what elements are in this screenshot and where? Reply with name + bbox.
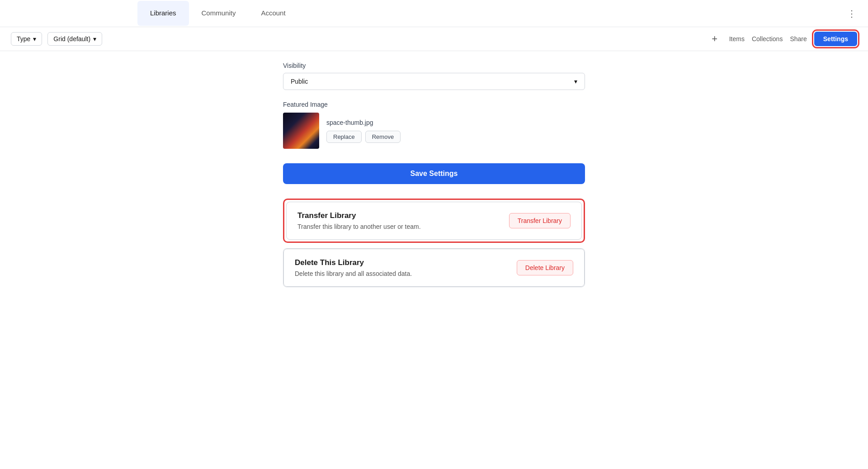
- featured-image-label: Featured Image: [283, 101, 585, 108]
- delete-card-wrapper: Delete This Library Delete this library …: [283, 248, 585, 287]
- tab-community[interactable]: Community: [189, 1, 249, 26]
- collections-link[interactable]: Collections: [752, 35, 783, 43]
- type-dropdown[interactable]: Type ▾: [11, 32, 42, 46]
- main-content: Visibility Public ▾ Featured Image space…: [276, 51, 592, 298]
- remove-button[interactable]: Remove: [365, 131, 401, 143]
- add-button[interactable]: +: [708, 32, 722, 46]
- toolbar-right: + Items Collections Share Settings: [708, 32, 857, 46]
- transfer-text: Transfer Library Transfer this library t…: [297, 211, 421, 230]
- toolbar-left: Type ▾ Grid (default) ▾: [11, 32, 102, 46]
- delete-library-button[interactable]: Delete Library: [517, 260, 573, 275]
- top-nav: Libraries Community Account ⋮: [0, 0, 868, 27]
- image-thumbnail: [283, 113, 319, 149]
- transfer-title: Transfer Library: [297, 211, 421, 220]
- tab-account[interactable]: Account: [248, 1, 298, 26]
- grid-dropdown[interactable]: Grid (default) ▾: [47, 32, 102, 46]
- nav-tabs: Libraries Community Account: [137, 1, 298, 26]
- visibility-dropdown[interactable]: Public ▾: [283, 73, 585, 90]
- featured-image-row: space-thumb.jpg Replace Remove: [283, 113, 585, 149]
- delete-title: Delete This Library: [295, 258, 412, 267]
- delete-text: Delete This Library Delete this library …: [295, 258, 412, 277]
- visibility-section: Visibility Public ▾: [283, 62, 585, 90]
- toolbar: Type ▾ Grid (default) ▾ + Items Collecti…: [0, 27, 868, 51]
- transfer-description: Transfer this library to another user or…: [297, 223, 421, 230]
- featured-image-section: Featured Image space-thumb.jpg Replace R…: [283, 101, 585, 149]
- share-link[interactable]: Share: [790, 35, 807, 43]
- delete-card: Delete This Library Delete this library …: [283, 249, 585, 287]
- delete-description: Delete this library and all associated d…: [295, 270, 412, 277]
- visibility-label: Visibility: [283, 62, 585, 69]
- image-info: space-thumb.jpg Replace Remove: [326, 119, 401, 143]
- transfer-card: Transfer Library Transfer this library t…: [286, 202, 582, 240]
- transfer-library-button[interactable]: Transfer Library: [509, 213, 571, 228]
- replace-button[interactable]: Replace: [326, 131, 362, 143]
- image-actions: Replace Remove: [326, 131, 401, 143]
- more-options-icon[interactable]: ⋮: [847, 8, 857, 19]
- settings-button[interactable]: Settings: [814, 32, 857, 46]
- image-filename: space-thumb.jpg: [326, 119, 401, 126]
- transfer-wrapper: Transfer Library Transfer this library t…: [283, 199, 585, 243]
- items-link[interactable]: Items: [729, 35, 745, 43]
- save-settings-button[interactable]: Save Settings: [283, 163, 585, 184]
- tab-libraries[interactable]: Libraries: [137, 1, 189, 26]
